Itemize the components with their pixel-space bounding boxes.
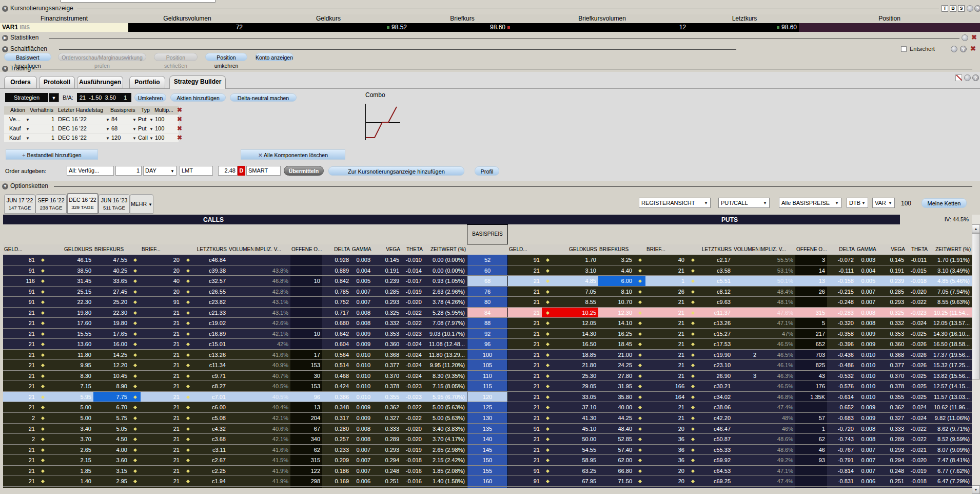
add-to-quote-button[interactable]: Zur Kursnotierungsanzeige hinzufügen	[328, 166, 464, 176]
strike-cell[interactable]: 76	[467, 287, 508, 297]
col-volumen[interactable]: VOLUMEN	[228, 244, 253, 255]
leg-multiplier[interactable]: 100	[155, 125, 164, 131]
chevron-down-icon[interactable]: ▼	[149, 127, 153, 131]
d-flag[interactable]: D	[238, 166, 245, 176]
hand-icon[interactable]	[967, 5, 973, 12]
quantity-field[interactable]: 1	[115, 166, 142, 176]
leg-strike[interactable]: 120	[111, 135, 121, 141]
strategies-dropdown-icon[interactable]: ▼	[49, 93, 59, 102]
help-icon[interactable]: ?	[972, 74, 979, 81]
option-chain-row[interactable]: 11631.4533.6540c32.5746.8%100.8420.0050.…	[3, 276, 972, 287]
leg-last-day[interactable]: DEC 16 '22	[58, 125, 87, 131]
col-delta[interactable]: DELTA	[322, 244, 351, 255]
strike-cell[interactable]: 130	[467, 413, 508, 423]
col-vega[interactable]: VEGA	[877, 244, 906, 255]
col-letztkurs[interactable]: LETZTKURS	[687, 244, 733, 255]
close-icon[interactable]: ✖	[971, 34, 977, 41]
col-impliz[interactable]: IMPLIZ. V...	[758, 244, 795, 255]
hand-icon[interactable]	[962, 34, 968, 41]
leg-ratio[interactable]: 1	[51, 116, 54, 122]
chevron-down-icon[interactable]: ▼	[149, 118, 153, 122]
chevron-down-icon[interactable]: ▼	[132, 118, 136, 122]
chevron-down-icon[interactable]: ▼	[132, 127, 136, 131]
clear-legs-button[interactable]: ✕ Alle Komponenten löschen	[241, 149, 345, 160]
col-brief[interactable]: BRIEF...	[645, 244, 687, 255]
profile-button[interactable]: Profil	[475, 166, 499, 176]
bid-volume-cell[interactable]: 72	[128, 23, 246, 32]
strike-cell[interactable]: 125	[467, 402, 508, 412]
position-cell[interactable]	[799, 23, 980, 32]
strike-cell[interactable]: 145	[467, 445, 508, 455]
tab-protokoll[interactable]: Protokoll	[39, 76, 75, 89]
leg-last-day[interactable]: DEC 16 '22	[58, 135, 87, 141]
option-chain-row[interactable]: 2117.6019.8021c19.0242.6%0.6800.0080.332…	[3, 318, 972, 329]
last-cell[interactable]: 98.60	[690, 23, 799, 32]
strike-cell[interactable]: 84	[467, 308, 508, 318]
leg-action[interactable]: Kauf	[9, 135, 21, 141]
option-chain-row[interactable]: 213.405.0521c4.3240.6%670.2800.0080.333-…	[3, 424, 972, 434]
chevron-down-icon[interactable]: ▼	[132, 136, 136, 141]
leg-action[interactable]: Kauf	[9, 125, 21, 131]
leg-multiplier[interactable]: 100	[155, 135, 164, 141]
tab-ausfuehrungen[interactable]: Ausführungen	[77, 76, 123, 89]
col-geldkursvolumen[interactable]: Geldkursvolumen	[128, 14, 246, 23]
scroll-down-icon[interactable]: ▼	[972, 485, 980, 494]
route-field[interactable]: SMART	[246, 166, 281, 176]
option-chain-row[interactable]: 2113.6016.0021c15.0142%0.6040.0090.360-0…	[3, 339, 972, 350]
col-offene[interactable]: OFFENE O...	[290, 244, 322, 255]
col-briefkurs[interactable]: BRIEFKURS	[93, 244, 141, 255]
leg-multiplier[interactable]: 100	[155, 116, 164, 122]
col-geldkurs[interactable]: GELDKURS	[553, 244, 598, 255]
delete-leg-icon[interactable]: ✖	[177, 125, 182, 132]
price-field[interactable]: 2.48	[218, 166, 238, 176]
tab-orders[interactable]: Orders	[4, 76, 37, 89]
strike-cell[interactable]: 160	[467, 476, 508, 486]
strike-cell[interactable]: 110	[467, 371, 508, 381]
strikes-select[interactable]: Alle BASISPREISE▼	[779, 198, 841, 208]
leg-row[interactable]: Kauf▼ 1 DEC 16 '22 ▼120 ▼Call ▼100 ✖	[4, 133, 179, 142]
col-letztkurs[interactable]: Letztkurs	[690, 14, 799, 23]
delete-leg-icon[interactable]: ✖	[177, 116, 182, 123]
option-chain-row[interactable]: 211.402.9521c1.9441.9%2980.1690.0060.251…	[3, 476, 972, 487]
col-briefkursvolumen[interactable]: Briefkursvolumen	[514, 14, 690, 23]
view-select[interactable]: REGISTERANSICHT▼	[639, 198, 711, 208]
strike-cell[interactable]: 60	[467, 265, 508, 276]
leg-type[interactable]: Call	[138, 135, 148, 141]
delete-all-legs-icon[interactable]: ✖	[177, 106, 182, 113]
instrument-cell[interactable]: VAR1 IBIS	[0, 23, 128, 32]
leg-type[interactable]: Put	[138, 116, 147, 122]
t-button[interactable]: T	[942, 5, 948, 12]
option-chain-row[interactable]: 211.853.1521c2.2541.9%1220.1860.0070.248…	[3, 466, 972, 477]
collapse-icon[interactable]: ▼	[2, 66, 8, 72]
col-geld[interactable]: GELD...	[3, 244, 48, 255]
option-chain-row[interactable]: 215.957.7521c7.0140.5%960.3860.0100.355-…	[3, 392, 972, 403]
strike-cell[interactable]: 140	[467, 434, 508, 444]
ask-volume-cell[interactable]: 12	[514, 23, 690, 32]
b-button[interactable]: B	[950, 5, 956, 12]
col-finanzinstrument[interactable]: Finanzinstrument	[0, 14, 128, 23]
chevron-down-icon[interactable]: ▼	[149, 136, 153, 141]
account-field[interactable]: All: Verfüg...	[67, 166, 114, 176]
delta-neutral-button[interactable]: Delta-neutral machen	[230, 93, 297, 102]
putcall-select[interactable]: PUT/CALL▼	[718, 198, 770, 208]
strategies-button[interactable]: Strategien	[5, 93, 48, 102]
strike-cell[interactable]: 68	[467, 276, 508, 286]
leg-strike[interactable]: 68	[111, 125, 117, 131]
leg-type[interactable]: Put	[138, 125, 147, 131]
collapse-icon[interactable]: ▼	[2, 6, 8, 12]
order-preview-button[interactable]: Ordervorschau/Marginauswirkung prüfen	[58, 53, 146, 61]
strike-cell[interactable]: 135	[467, 424, 508, 434]
add-underlying-button[interactable]: Basiswert hinzufügen	[4, 53, 51, 61]
strike-cell[interactable]: 88	[467, 318, 508, 328]
col-brief[interactable]: BRIEF...	[141, 244, 182, 255]
bid-cell[interactable]: 98.52	[246, 23, 410, 32]
col-briefkurs[interactable]: BRIEFKURS	[598, 244, 645, 255]
strike-cell[interactable]: 150	[467, 455, 508, 465]
my-chains-button[interactable]: Meine Ketten	[922, 198, 967, 208]
chevron-down-icon[interactable]: ▼	[106, 127, 110, 131]
chevron-down-icon[interactable]: ▼	[106, 118, 110, 122]
col-theta[interactable]: THETA	[906, 244, 929, 255]
option-chain-row[interactable]: 212.153.6021c2.6741.5%3150.2090.0070.294…	[3, 455, 972, 466]
option-chain-row[interactable]: 212.654.0021c3.1141.6%620.2330.0070.293-…	[3, 445, 972, 455]
hand-icon[interactable]	[951, 46, 957, 52]
